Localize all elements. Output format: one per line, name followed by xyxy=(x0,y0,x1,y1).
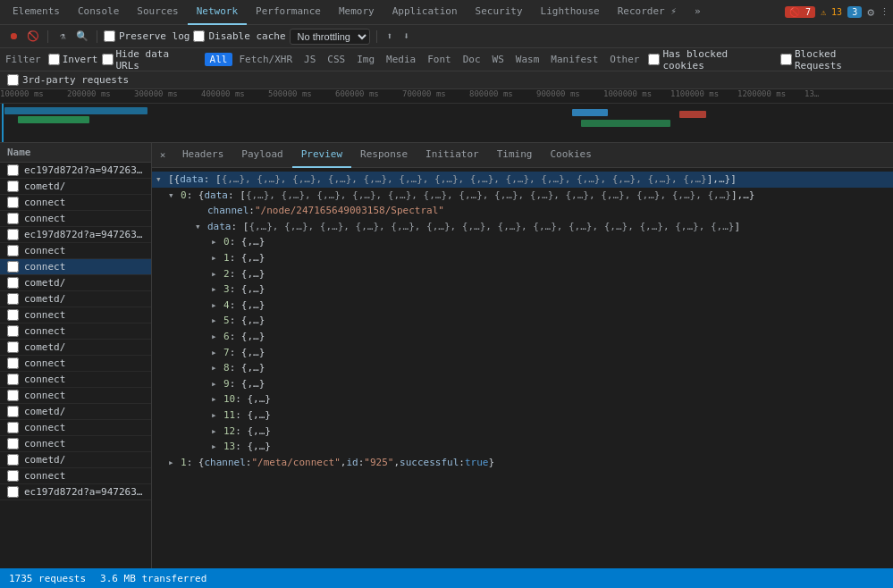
request-item-19[interactable]: connect xyxy=(0,468,151,484)
tree-arrow-sub-10[interactable] xyxy=(211,391,223,407)
tree-arrow-sub-6[interactable] xyxy=(211,329,223,345)
hide-data-urls-check[interactable]: Hide data URLs xyxy=(102,48,198,71)
request-checkbox-18[interactable] xyxy=(7,454,19,466)
preserve-log-checkbox[interactable] xyxy=(104,30,115,42)
tree-arrow-sub-13[interactable] xyxy=(211,439,223,455)
timeline[interactable]: 100000 ms 200000 ms 300000 ms 400000 ms … xyxy=(0,89,893,143)
tree-arrow-data[interactable] xyxy=(195,219,207,235)
tree-arrow-sub-1[interactable] xyxy=(211,250,223,266)
tab-security[interactable]: Security xyxy=(467,0,532,25)
tree-sub-0[interactable]: 0: {,…} xyxy=(152,234,893,250)
disable-cache-checkbox[interactable] xyxy=(193,30,205,42)
tab-more[interactable]: » xyxy=(686,0,710,25)
tree-sub-7[interactable]: 7: {,…} xyxy=(152,345,893,361)
detail-tab-response[interactable]: Response xyxy=(351,143,417,168)
tree-arrow-sub-8[interactable] xyxy=(211,360,223,376)
third-party-check[interactable]: 3rd-party requests xyxy=(7,74,129,86)
request-item-11[interactable]: cometd/ xyxy=(0,340,151,356)
request-item-5[interactable]: connect xyxy=(0,243,151,259)
tree-item-0[interactable]: 0: {data: [{,…}, {,…}, {,…}, {,…}, {,…},… xyxy=(152,188,893,204)
more-options-icon[interactable]: ⋮ xyxy=(880,6,889,18)
tree-arrow-sub-0[interactable] xyxy=(211,234,223,250)
preview-content[interactable]: [{data: [{,…}, {,…}, {,…}, {,…}, {,…}, {… xyxy=(152,168,893,568)
request-item-18[interactable]: cometd/ xyxy=(0,452,151,468)
tab-performance[interactable]: Performance xyxy=(247,0,330,25)
request-item-8[interactable]: cometd/ xyxy=(0,291,151,307)
tree-sub-2[interactable]: 2: {,…} xyxy=(152,266,893,282)
request-checkbox-8[interactable] xyxy=(7,293,19,305)
detail-tab-headers[interactable]: Headers xyxy=(173,143,232,168)
filter-button[interactable]: ⚗ xyxy=(55,29,71,45)
request-item-15[interactable]: cometd/ xyxy=(0,404,151,420)
blocked-requests-check[interactable]: Blocked Requests xyxy=(780,48,888,71)
tree-sub-11[interactable]: 11: {,…} xyxy=(152,407,893,424)
tree-sub-8[interactable]: 8: {,…} xyxy=(152,360,893,376)
filter-type-css[interactable]: CSS xyxy=(322,53,350,66)
request-item-13[interactable]: connect xyxy=(0,372,151,388)
tab-lighthouse[interactable]: Lighthouse xyxy=(532,0,609,25)
import-icon[interactable]: ⬆ xyxy=(383,29,397,44)
clear-button[interactable]: 🚫 xyxy=(25,29,41,45)
tree-sub-12[interactable]: 12: {,…} xyxy=(152,424,893,440)
request-checkbox-4[interactable] xyxy=(7,229,19,240)
search-button[interactable]: 🔍 xyxy=(74,29,90,45)
request-item-17[interactable]: connect xyxy=(0,436,151,452)
third-party-checkbox[interactable] xyxy=(7,74,19,86)
request-list[interactable]: Name ec197d872d?a=9472635... cometd/ con… xyxy=(0,143,152,568)
tree-sub-6[interactable]: 6: {,…} xyxy=(152,329,893,345)
tree-arrow-1[interactable] xyxy=(168,455,181,471)
tree-root[interactable]: [{data: [{,…}, {,…}, {,…}, {,…}, {,…}, {… xyxy=(152,172,893,188)
request-item-0[interactable]: ec197d872d?a=9472635... xyxy=(0,163,151,179)
request-checkbox-20[interactable] xyxy=(7,486,19,498)
request-checkbox-3[interactable] xyxy=(7,213,19,224)
detail-tab-cookies[interactable]: Cookies xyxy=(541,143,600,168)
tree-arrow-sub-11[interactable] xyxy=(211,407,223,424)
tree-sub-1[interactable]: 1: {,…} xyxy=(152,250,893,266)
filter-type-other[interactable]: Other xyxy=(604,53,644,66)
filter-type-js[interactable]: JS xyxy=(299,53,321,66)
request-checkbox-17[interactable] xyxy=(7,438,19,449)
request-checkbox-7[interactable] xyxy=(7,277,19,289)
tab-application[interactable]: Application xyxy=(383,0,467,25)
invert-checkbox[interactable] xyxy=(48,54,60,65)
tree-arrow-sub-7[interactable] xyxy=(211,345,223,361)
settings-icon[interactable]: ⚙ xyxy=(867,5,874,19)
tab-console[interactable]: Console xyxy=(69,0,128,25)
request-checkbox-13[interactable] xyxy=(7,374,19,385)
throttle-select[interactable]: No throttling xyxy=(290,29,370,45)
tab-memory[interactable]: Memory xyxy=(330,0,383,25)
close-detail-button[interactable]: × xyxy=(156,148,170,163)
tree-channel[interactable]: channel: "/node/247165649003158/Spectral… xyxy=(152,203,893,219)
detail-tab-timing[interactable]: Timing xyxy=(488,143,542,168)
tab-sources[interactable]: Sources xyxy=(128,0,187,25)
hide-data-urls-checkbox[interactable] xyxy=(102,54,114,65)
filter-type-all[interactable]: All xyxy=(205,53,233,66)
tree-arrow-root[interactable] xyxy=(156,172,168,188)
tree-item-1[interactable]: 1: {channel: "/meta/connect", id: "925",… xyxy=(152,455,893,471)
request-checkbox-10[interactable] xyxy=(7,325,19,337)
tab-recorder[interactable]: Recorder ⚡ xyxy=(609,0,686,25)
filter-type-wasm[interactable]: Wasm xyxy=(510,53,545,66)
tree-sub-10[interactable]: 10: {,…} xyxy=(152,391,893,407)
blocked-requests-checkbox[interactable] xyxy=(780,54,792,65)
request-item-10[interactable]: connect xyxy=(0,323,151,340)
tree-sub-13[interactable]: 13: {,…} xyxy=(152,439,893,455)
tree-sub-5[interactable]: 5: {,…} xyxy=(152,313,893,329)
invert-check[interactable]: Invert xyxy=(48,54,98,65)
tree-arrow-sub-9[interactable] xyxy=(211,376,223,392)
filter-type-manifest[interactable]: Manifest xyxy=(545,53,603,66)
request-item-16[interactable]: connect xyxy=(0,420,151,436)
tree-data-array[interactable]: data: [{,…}, {,…}, {,…}, {,…}, {,…}, {,…… xyxy=(152,219,893,235)
request-checkbox-6[interactable] xyxy=(7,261,19,273)
filter-type-doc[interactable]: Doc xyxy=(458,53,486,66)
request-checkbox-9[interactable] xyxy=(7,309,19,321)
preserve-log-check[interactable]: Preserve log xyxy=(104,30,190,42)
filter-type-img[interactable]: Img xyxy=(351,53,380,66)
detail-tab-payload[interactable]: Payload xyxy=(232,143,291,168)
request-checkbox-16[interactable] xyxy=(7,422,19,433)
detail-tab-preview[interactable]: Preview xyxy=(292,143,351,168)
detail-tab-initiator[interactable]: Initiator xyxy=(417,143,488,168)
request-checkbox-15[interactable] xyxy=(7,406,19,417)
tab-network[interactable]: Network xyxy=(188,0,247,25)
has-blocked-check[interactable]: Has blocked cookies xyxy=(648,48,773,71)
